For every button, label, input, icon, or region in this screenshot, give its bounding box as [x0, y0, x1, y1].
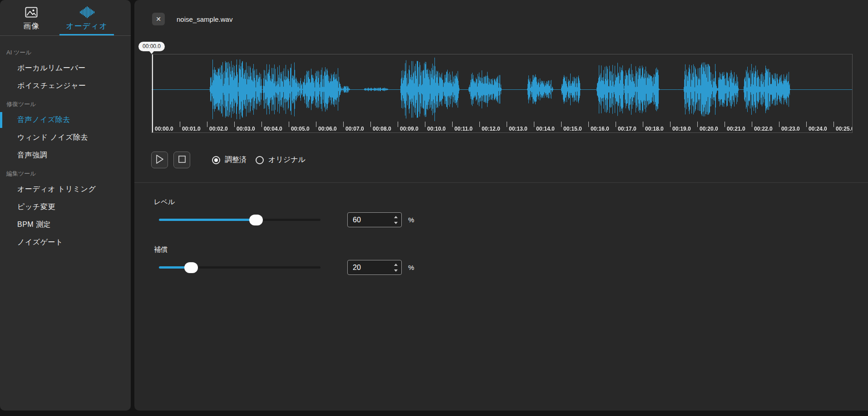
- timeline-tick: [616, 122, 616, 127]
- timeline-tick-label: 00:05.0: [291, 126, 310, 132]
- timeline-tick: [207, 122, 207, 127]
- playback-option-radio[interactable]: 調整済: [212, 155, 247, 165]
- stop-button[interactable]: [173, 152, 190, 168]
- timeline-tick: [316, 122, 316, 127]
- picture-icon: [25, 6, 38, 18]
- sidebar-item[interactable]: ウィンド ノイズ除去: [0, 129, 131, 147]
- spinner-buttons: [394, 260, 398, 275]
- main-panel: ✕ noise_sample.wav 00:00.000:01.000:02.0…: [134, 0, 868, 411]
- tab-image-label: 画像: [23, 21, 39, 31]
- sidebar-section-label: 編集ツール: [0, 164, 131, 181]
- timeline-tick-label: 00:13.0: [509, 126, 528, 132]
- playback-option-radio[interactable]: オリジナル: [256, 155, 306, 165]
- sidebar-nav: AI ツールボーカルリムーバーボイスチェンジャー修復ツール音声ノイズ除去ウィンド…: [0, 36, 131, 251]
- timeline-tick: [643, 122, 643, 127]
- timeline-tick: [370, 122, 371, 127]
- slider-fill: [159, 219, 256, 221]
- timeline-tick-label: 00:08.0: [373, 126, 391, 132]
- parameter-group: レベル%: [154, 198, 414, 227]
- timeline-tick-label: 00:17.0: [618, 126, 636, 132]
- sidebar-item[interactable]: オーディオ トリミング: [0, 181, 131, 198]
- radio-circle-icon: [256, 156, 264, 164]
- timeline-tick: [398, 122, 398, 127]
- sidebar-section-label: AI ツール: [0, 43, 131, 59]
- timeline-tick: [343, 122, 344, 127]
- spinner-up-icon[interactable]: [394, 264, 398, 266]
- playhead-line[interactable]: [152, 54, 153, 132]
- timeline-tick-label: 00:04.0: [264, 126, 282, 132]
- timeline-tick: [261, 122, 262, 127]
- spinner-up-icon[interactable]: [394, 216, 398, 218]
- timeline-tick-label: 00:14.0: [536, 126, 555, 132]
- timeline-tick: [479, 122, 480, 127]
- close-file-button[interactable]: ✕: [152, 13, 165, 25]
- timeline-tick-label: 00:03.0: [237, 126, 255, 132]
- timeline-tick-label: 00:21.0: [727, 126, 745, 132]
- timeline-tick-label: 00:01.0: [182, 126, 201, 132]
- parameter-value-input[interactable]: [347, 260, 402, 275]
- sidebar-item[interactable]: ピッチ変更: [0, 198, 131, 216]
- mode-tabbar: 画像 オーディオ: [0, 0, 131, 36]
- timeline-tick: [534, 122, 534, 127]
- app-window: 画像 オーディオ AI ツールボーカルリムーバーボイスチェンジャー修復ツール音声…: [0, 0, 868, 416]
- timeline-tick: [806, 122, 807, 127]
- stop-square-icon: [178, 155, 186, 165]
- waveform-canvas: [152, 54, 852, 132]
- sidebar-section-label: 修復ツール: [0, 95, 131, 111]
- parameter-value-input[interactable]: [347, 212, 402, 227]
- timeline-tick-label: 00:00.0: [155, 126, 173, 132]
- slider-thumb[interactable]: [184, 262, 198, 273]
- timeline-tick: [833, 122, 834, 127]
- timeline-tick: [180, 122, 180, 127]
- timeline-tick-label: 00:02.0: [209, 126, 228, 132]
- parameter-group: 補償%: [154, 245, 414, 275]
- parameter-slider[interactable]: [159, 266, 321, 269]
- timeline-tick-label: 00:09.0: [400, 126, 419, 132]
- parameter-label: レベル: [154, 198, 414, 206]
- sidebar-item[interactable]: BPM 測定: [0, 216, 131, 234]
- sidebar-item[interactable]: 音声強調: [0, 147, 131, 164]
- tab-audio[interactable]: オーディオ: [59, 5, 114, 35]
- parameter-slider[interactable]: [159, 219, 321, 221]
- timeline-tick-label: 00:06.0: [318, 126, 337, 132]
- timeline-tick: [452, 122, 453, 127]
- sidebar-item[interactable]: ノイズゲート: [0, 234, 131, 251]
- timeline-tick-label: 00:19.0: [672, 126, 691, 132]
- timeline-tick: [588, 122, 589, 127]
- timeline-tick-label: 00:07.0: [345, 126, 364, 132]
- waveform-display[interactable]: 00:00.000:01.000:02.000:03.000:04.000:05…: [151, 54, 853, 133]
- timeline-tick-label: 00:23.0: [781, 126, 800, 132]
- timeline-tick: [289, 122, 289, 127]
- number-input-wrap: [347, 260, 402, 275]
- waveform-area: 00:00.000:01.000:02.000:03.000:04.000:05…: [151, 54, 853, 133]
- unit-label: %: [408, 216, 414, 224]
- timeline-tick-label: 00:24.0: [809, 126, 827, 132]
- parameter-label: 補償: [154, 245, 414, 254]
- tab-audio-label: オーディオ: [66, 21, 108, 31]
- sidebar-item[interactable]: ボイスチェンジャー: [0, 77, 131, 95]
- spinner-buttons: [394, 212, 398, 227]
- spinner-down-icon[interactable]: [394, 269, 398, 272]
- timeline-tick-label: 00:12.0: [482, 126, 500, 132]
- timeline-tick: [561, 122, 562, 127]
- play-button[interactable]: [151, 152, 168, 168]
- timeline-tick: [670, 122, 671, 127]
- timeline-tick-label: 00:22.0: [754, 126, 773, 132]
- timeline-tick-label: 00:16.0: [591, 126, 609, 132]
- parameter-panel: レベル%補償%: [154, 182, 414, 275]
- timeline-tick: [725, 122, 725, 127]
- equalizer-bars-icon: [79, 6, 94, 18]
- timeline-tick: [425, 122, 425, 127]
- sidebar-item[interactable]: 音声ノイズ除去: [0, 111, 131, 129]
- spinner-down-icon[interactable]: [394, 222, 398, 224]
- parameter-row: %: [154, 260, 414, 275]
- sidebar-item[interactable]: ボーカルリムーバー: [0, 59, 131, 77]
- slider-thumb[interactable]: [249, 215, 263, 225]
- parameter-row: %: [154, 212, 414, 227]
- tab-image[interactable]: 画像: [17, 5, 46, 35]
- sidebar: 画像 オーディオ AI ツールボーカルリムーバーボイスチェンジャー修復ツール音声…: [0, 0, 131, 411]
- radio-option-label: オリジナル: [268, 155, 306, 165]
- play-triangle-icon: [155, 154, 164, 166]
- timeline-tick-label: 00:10.0: [427, 126, 446, 132]
- playhead-time-tooltip[interactable]: 00:00.0: [138, 42, 165, 51]
